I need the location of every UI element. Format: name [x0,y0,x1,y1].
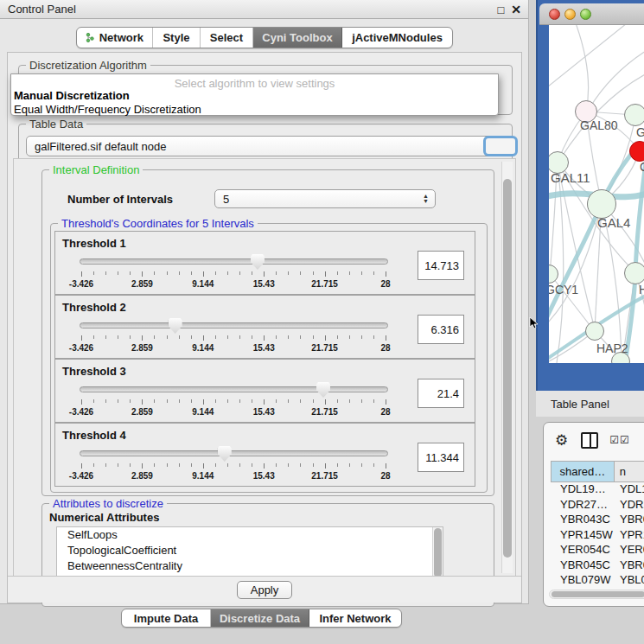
threshold-2-value[interactable]: 6.316 [418,315,464,344]
tab-jactivemnodules[interactable]: jActiveMNodules [342,28,452,48]
list-item[interactable]: SelfLoops [57,527,443,543]
top-tab-bar: Network Style Select Cyni Toolbox jActiv… [76,27,453,48]
slider-thumb[interactable] [218,446,232,462]
interval-definition-label: Interval Definition [49,163,143,176]
threshold-1-slider[interactable] [80,254,388,270]
tick-label: 2.859 [131,279,153,289]
apply-bar: Apply [8,576,521,603]
threshold-4-slider[interactable] [80,446,388,462]
table-horizontal-scrollbar[interactable] [549,590,644,599]
threshold-2-slider[interactable] [80,318,388,334]
tab-select[interactable]: Select [201,28,253,48]
gear-icon[interactable]: ⚙ [555,431,568,450]
minimize-traffic-light-icon[interactable] [564,9,576,20]
table-panel-title: Table Panel [536,398,609,411]
list-item[interactable]: TopologicalCoefficient [57,543,443,558]
node-label: GAL11 [551,170,590,185]
threshold-3-value[interactable]: 21.4 [418,379,464,408]
threshold-1-value[interactable]: 14.713 [418,251,464,280]
slider-thumb[interactable] [251,254,265,270]
node-label: GAL80 [580,118,618,132]
screen: Control Panel □ ✕ Network Style [0,0,644,644]
numerical-attributes-label: Numerical Attributes [49,511,159,524]
node-hap2[interactable] [585,322,604,341]
threshold-1-label: Threshold 1 [62,237,126,250]
tick-label: 15.43 [253,343,275,353]
thresholds-group-label: Threshold's Coordinates for 5 Intervals [58,217,258,230]
tab-discretize-data[interactable]: Discretize Data [211,609,309,627]
list-scrollbar[interactable] [432,527,443,578]
tick-label: -3.426 [69,343,93,353]
threshold-3-slider[interactable] [80,382,388,398]
tab-network[interactable]: Network [77,28,153,48]
number-of-intervals-combobox[interactable]: 5 ▲▼ [214,189,436,208]
slider-thumb[interactable] [316,382,330,398]
table-row[interactable]: YDR27… YDR2 [551,498,644,513]
close-traffic-light-icon[interactable] [549,9,560,20]
tick-label: 9.144 [192,343,214,353]
table-row[interactable]: YBR045C YBR0 [551,558,644,574]
float-window-icon[interactable]: □ [497,4,504,16]
combo-stepper-icon: ▲▼ [423,190,429,207]
node-h[interactable] [624,262,644,284]
node-selected-red[interactable] [629,141,644,162]
cyni-mode-tab-bar: Impute Data Discretize Data Infer Networ… [121,609,402,628]
node-top-right[interactable] [624,104,644,126]
table-row[interactable]: YBL079W YBL0 [551,573,644,589]
network-canvas[interactable]: GAL80 GA C GAL11 GAL4 GCY1 H HAP2 [549,25,644,363]
tick-label: -3.426 [69,471,93,481]
zoom-traffic-light-icon[interactable] [580,9,591,20]
interval-definition-group: Interval Definition Number of Intervals … [41,169,494,496]
tab-style[interactable]: Style [153,28,201,48]
slider-scale: -3.4262.8599.14415.4321.71528 [81,271,386,294]
table-panel: ⚙ ☑☑ shared… n YDL19… YDL1 YDR27… YDR2 Y… [543,422,644,607]
table-row[interactable]: YER054C YER0 [551,543,644,558]
tab-cyni-toolbox[interactable]: Cyni Toolbox [253,28,342,48]
tick-label: 9.144 [192,407,214,417]
control-panel-titlebar: Control Panel □ ✕ [0,0,528,19]
tick-label: 21.715 [311,279,338,289]
node-label: C [640,160,644,174]
threshold-3-label: Threshold 3 [62,365,126,378]
numerical-attributes-list[interactable]: SelfLoops TopologicalCoefficient Between… [56,526,443,578]
tick-label: 9.144 [192,279,214,289]
table-row[interactable]: YIL052C YIL0 [551,603,644,607]
node-gal4[interactable] [587,189,616,219]
tick-label: 9.144 [192,471,214,481]
column-header-name[interactable]: n [615,462,644,481]
popup-option-manual-discretization[interactable]: Manual Discretization [14,89,130,102]
tick-label: 28 [380,279,390,289]
table-row[interactable]: YBR043C YBR0 [551,513,644,528]
tab-network-label: Network [99,31,143,44]
table-data-combobox[interactable]: galFiltered.sif default node ▲▼ [26,136,507,156]
panel-scrollbar[interactable] [501,162,513,573]
number-of-intervals-label: Number of Intervals [67,193,173,206]
table-row[interactable]: YPR145W YPR1 [551,528,644,544]
node-table: shared… n YDL19… YDL1 YDR27… YDR2 YBR043… [551,461,644,607]
node-label: GA [636,125,644,139]
tick-label: -3.426 [69,279,93,289]
apply-button[interactable]: Apply [237,581,292,599]
network-icon [86,31,94,44]
slider-thumb[interactable] [169,318,182,334]
tick-label: 28 [380,471,390,481]
select-checkboxes-icon[interactable]: ☑☑ [609,434,630,446]
window-title: Control Panel [0,3,76,16]
table-body: YDL19… YDL1 YDR27… YDR2 YBR043C YBR0 YPR… [551,482,644,607]
attributes-group-label: Attributes to discretize [49,497,167,510]
tab-infer-network[interactable]: Infer Network [309,609,401,627]
table-header-row: shared… n [551,461,644,482]
tick-label: 2.859 [131,407,153,417]
list-item[interactable]: BetweennessCentrality [57,558,443,574]
threshold-4-value[interactable]: 11.344 [418,443,464,472]
column-header-shared-name[interactable]: shared… [552,462,615,481]
columns-icon[interactable] [581,432,598,449]
tick-label: 2.859 [131,471,153,481]
table-data-selected-value: galFiltered.sif default node [35,140,166,153]
table-row[interactable]: YDL19… YDL1 [551,482,644,498]
algorithm-combo[interactable] [483,136,518,156]
popup-option-equal-width-frequency[interactable]: Equal Width/Frequency Discretization [14,103,201,116]
close-window-icon[interactable]: ✕ [511,3,521,16]
tick-label: 21.715 [311,471,338,481]
tab-impute-data[interactable]: Impute Data [122,609,211,627]
